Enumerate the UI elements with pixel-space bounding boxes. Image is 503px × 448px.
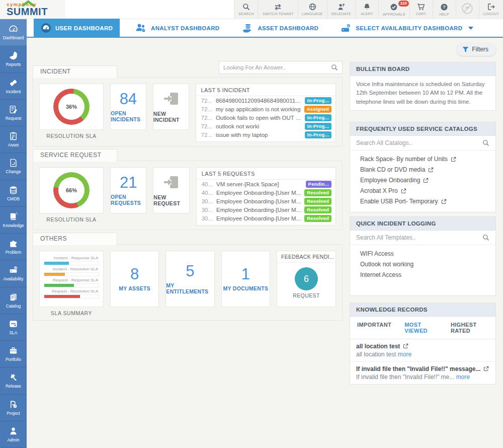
feedback-pending-title: FEEDBACK PENDI... bbox=[277, 251, 336, 263]
request-row[interactable]: 30... Employee Onboarding-[User M... Res… bbox=[197, 197, 336, 205]
template-item[interactable]: Internet Access bbox=[350, 270, 495, 280]
others-section: OTHERS Incident - Response SLA Incident … bbox=[33, 244, 343, 321]
clipboard-gear-icon bbox=[9, 131, 18, 141]
cart-button[interactable]: CART bbox=[409, 0, 433, 19]
sidebar-item-catalog[interactable]: Catalog bbox=[0, 287, 27, 314]
catalog-item[interactable]: Blank CD or DVD media bbox=[350, 165, 495, 175]
more-link[interactable]: more bbox=[398, 351, 411, 358]
language-button[interactable]: LANGUAGE bbox=[298, 0, 327, 19]
document-edit-icon bbox=[9, 105, 18, 114]
filters-button[interactable]: Filters bbox=[457, 43, 496, 56]
catalog-item[interactable]: Acrobat X Pro bbox=[350, 186, 495, 196]
tab-highest-rated[interactable]: HIGHEST RATED bbox=[451, 322, 488, 334]
answer-search-input[interactable] bbox=[223, 64, 331, 70]
tab-important[interactable]: IMPORTANT bbox=[357, 322, 391, 334]
logout-button[interactable]: LOGOUT bbox=[479, 0, 503, 19]
last-5-incident-card: LAST 5 INCIDENT 72... 868498001120994868… bbox=[196, 84, 337, 142]
my-assets-card[interactable]: 8 MY ASSETS bbox=[110, 251, 159, 307]
status-badge: In-Prog... bbox=[305, 131, 331, 138]
knowledge-record-title[interactable]: all location test bbox=[356, 343, 489, 350]
sla-bar-track bbox=[44, 261, 99, 265]
tab-analyst-dashboard[interactable]: ANALYST DASHBOARD bbox=[128, 19, 226, 37]
sidebar-item-request[interactable]: Request bbox=[0, 100, 27, 126]
tab-most-viewed[interactable]: MOST VIEWED bbox=[404, 322, 438, 334]
sidebar-item-sla[interactable]: SLA bbox=[0, 314, 27, 341]
delegate-button[interactable]: DELEGATE bbox=[327, 0, 355, 19]
my-documents-card[interactable]: 1 MY DOCUMENTS bbox=[221, 251, 270, 307]
tab-select-availability-dashboard[interactable]: SELECT AVAILABILITY DASHBOARD bbox=[333, 19, 480, 37]
sidebar-item-incident[interactable]: Incident bbox=[0, 73, 27, 100]
sidebar-item-change[interactable]: Change bbox=[0, 153, 27, 180]
tab-asset-dashboard[interactable]: ASSET DASHBOARD bbox=[234, 19, 325, 37]
sidebar-item-knowledge[interactable]: Knowledge bbox=[0, 207, 27, 234]
catalog-item[interactable]: Employee Onboarding bbox=[350, 175, 495, 186]
phone-disabled-button[interactable] bbox=[456, 0, 479, 19]
template-search-box[interactable] bbox=[350, 231, 495, 245]
external-link-icon bbox=[451, 157, 456, 162]
sidebar-item-portfolio[interactable]: Portfolio bbox=[0, 341, 27, 367]
catalog-search-input[interactable] bbox=[356, 139, 478, 146]
tab-user-dashboard[interactable]: USER DASHBOARD bbox=[34, 19, 120, 37]
sidebar-item-project[interactable]: Project bbox=[0, 395, 27, 421]
others-section-title: OTHERS bbox=[33, 233, 117, 245]
sidebar-item-cmdb[interactable]: CMDB bbox=[0, 180, 27, 207]
summit-logo[interactable]: symphony SUMMIT bbox=[0, 0, 65, 19]
new-record-icon bbox=[162, 91, 180, 106]
alert-button[interactable]: ALERT bbox=[355, 0, 378, 19]
incident-row[interactable]: 72... my sap application is not working … bbox=[196, 105, 336, 113]
catalog-item[interactable]: Rack Space- By number of Units bbox=[350, 154, 495, 165]
knowledge-record-title[interactable]: If invalid file then "Invalid File!!" me… bbox=[356, 365, 489, 372]
search-icon[interactable] bbox=[482, 234, 489, 241]
open-incidents-card[interactable]: 84 OPEN INCIDENTS bbox=[110, 84, 146, 130]
knowledge-records-panel: KNOWLEDGE RECORDS IMPORTANT MOST VIEWED … bbox=[350, 303, 496, 385]
quick-incident-logging-panel: QUICK INCIDENT LOGGING WIFI Access Outlo… bbox=[350, 216, 496, 296]
incident-row[interactable]: 72... issue with my laptop In-Prog... bbox=[196, 130, 336, 139]
more-link[interactable]: more bbox=[456, 374, 470, 381]
request-row[interactable]: 40... VM server-[Rack Space] Pendin... bbox=[197, 180, 336, 188]
feedback-pending-card[interactable]: FEEDBACK PENDI... 6 REQUEST bbox=[277, 251, 336, 307]
template-item[interactable]: Outlook not working bbox=[350, 259, 495, 270]
request-row[interactable]: 30... Employee Onboarding-[User M... Res… bbox=[197, 205, 336, 214]
open-requests-card[interactable]: 21 OPEN REQUESTS bbox=[110, 167, 146, 213]
sidebar-item-release[interactable]: Release bbox=[0, 367, 27, 394]
switch-tenant-button[interactable]: SWITCH TENANT bbox=[258, 0, 297, 19]
sidebar-item-asset[interactable]: Asset bbox=[0, 126, 27, 153]
approvals-button[interactable]: 110 APPROVALS bbox=[378, 0, 409, 19]
book-icon bbox=[9, 212, 18, 221]
incident-row[interactable]: 72... Outlook fails to open with OUT ...… bbox=[196, 113, 336, 122]
template-item[interactable]: WIFI Access bbox=[350, 249, 495, 259]
handshake-icon bbox=[9, 319, 18, 329]
request-row[interactable]: 40... Employee Onboarding-[User M... Res… bbox=[197, 188, 336, 197]
incident-section-title: INCIDENT bbox=[33, 65, 117, 78]
sidebar-item-admin[interactable]: Admin bbox=[0, 421, 27, 448]
knowledge-record-snippet: If invalid file then "Invalid File!!" me… bbox=[356, 374, 489, 381]
gauge-icon bbox=[8, 24, 19, 34]
service-catalogs-panel: FREQUENTLY USED SERVICE CATALOGS Rack Sp… bbox=[350, 122, 496, 212]
sidebar-item-dashboard[interactable]: Dashboard bbox=[0, 19, 27, 46]
catalog-item[interactable]: Enable USB Port- Temporary bbox=[350, 196, 495, 207]
external-link-icon bbox=[428, 167, 434, 173]
search-icon[interactable] bbox=[331, 64, 338, 71]
help-button[interactable]: ? HELP bbox=[433, 0, 456, 19]
request-row[interactable]: 30... Employee Onboarding-[User M... Res… bbox=[197, 214, 336, 222]
new-incident-card[interactable]: NEW INCIDENT bbox=[153, 84, 189, 130]
incident-row[interactable]: 72... 8684980011209948684980011... In-Pr… bbox=[196, 96, 336, 105]
status-badge: In-Prog... bbox=[305, 123, 331, 130]
external-link-icon bbox=[423, 178, 429, 183]
sidebar-item-reports[interactable]: Reports bbox=[0, 46, 27, 72]
catalog-search-box[interactable] bbox=[350, 136, 495, 151]
external-link-icon bbox=[483, 366, 489, 371]
sidebar-item-problem[interactable]: Problem bbox=[0, 234, 27, 260]
my-entitlements-card[interactable]: 5 MY ENTITLEMENTS bbox=[165, 251, 214, 307]
incident-row[interactable]: 72... outlook not worki In-Prog... bbox=[196, 122, 336, 130]
search-icon[interactable] bbox=[482, 139, 489, 146]
new-request-card[interactable]: NEW REQUEST bbox=[153, 167, 189, 213]
bulletin-board-text: Voice Infra maintenance is scheduled on … bbox=[350, 76, 495, 110]
template-search-input[interactable] bbox=[356, 234, 478, 241]
search-button[interactable]: SEARCH bbox=[234, 0, 258, 19]
sidebar-item-availability[interactable]: Availability bbox=[0, 260, 27, 287]
answer-search-box[interactable] bbox=[219, 61, 343, 74]
status-badge: Resolved bbox=[304, 206, 331, 213]
request-resolution-sla-widget: 66% RESOLUTION SLA bbox=[39, 167, 104, 222]
approvals-count-badge: 110 bbox=[398, 1, 409, 7]
